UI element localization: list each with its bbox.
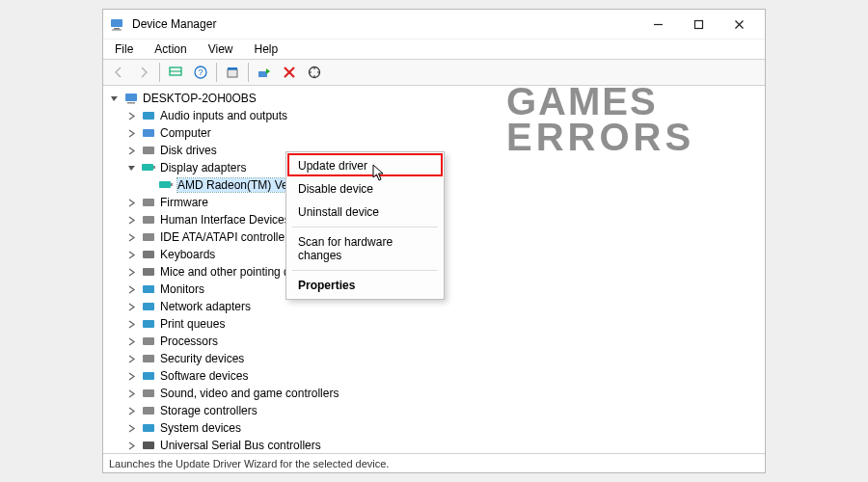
category-icon	[141, 195, 156, 210]
svg-rect-28	[143, 233, 154, 241]
ctx-scan-hardware[interactable]: Scan for hardware changes	[286, 230, 444, 267]
menu-file[interactable]: File	[111, 40, 137, 58]
category-icon	[141, 125, 156, 141]
tree-label: Human Interface Devices	[160, 213, 290, 227]
watermark-l1: Games	[506, 84, 694, 120]
ctx-sep	[292, 227, 438, 228]
chevron-right-icon[interactable]	[126, 302, 137, 312]
watermark: Games Errors	[506, 84, 694, 155]
display-adapter-icon	[141, 160, 156, 175]
svg-rect-19	[143, 112, 154, 120]
svg-rect-38	[143, 407, 154, 415]
show-hidden-button[interactable]	[164, 61, 187, 84]
close-button[interactable]	[719, 11, 759, 38]
chevron-right-icon[interactable]	[126, 146, 137, 156]
tree-label: Security devices	[160, 352, 244, 365]
ctx-properties[interactable]: Properties	[286, 274, 444, 297]
chevron-right-icon[interactable]	[126, 371, 137, 382]
chevron-right-icon[interactable]	[126, 406, 137, 416]
svg-rect-25	[171, 183, 173, 186]
ctx-disable-device[interactable]: Disable device	[286, 177, 444, 201]
category-icon	[141, 299, 156, 314]
chevron-right-icon[interactable]	[126, 250, 137, 260]
tree-cat[interactable]: Universal Serial Bus controllers	[105, 437, 763, 453]
help-button[interactable]: ?	[189, 61, 212, 84]
category-icon	[141, 264, 156, 280]
tree-label: Processors	[160, 335, 218, 348]
update-driver-button[interactable]	[253, 61, 276, 84]
titlebar: Device Manager	[103, 10, 765, 39]
chevron-down-icon[interactable]	[126, 163, 137, 174]
window-controls	[637, 11, 759, 38]
tree-label: Monitors	[160, 282, 204, 296]
category-icon	[141, 438, 156, 453]
ctx-uninstall-device[interactable]: Uninstall device	[286, 201, 444, 224]
tree-cat[interactable]: System devices	[105, 419, 763, 437]
chevron-right-icon[interactable]	[126, 441, 137, 451]
tree-label: Audio inputs and outputs	[160, 109, 287, 122]
ctx-update-driver[interactable]: Update driver	[286, 154, 444, 177]
chevron-right-icon[interactable]	[126, 336, 137, 347]
category-icon	[141, 212, 156, 228]
watermark-l2: Errors	[506, 120, 694, 155]
chevron-right-icon[interactable]	[126, 423, 137, 434]
back-button[interactable]	[107, 61, 130, 84]
uninstall-button[interactable]	[278, 61, 301, 84]
tree-cat[interactable]: Processors	[105, 333, 763, 350]
category-icon	[141, 229, 156, 245]
tree-label: Storage controllers	[160, 404, 258, 417]
svg-rect-12	[228, 67, 237, 70]
tree-label: Network adapters	[160, 300, 251, 313]
category-icon	[141, 420, 156, 436]
category-icon	[141, 386, 156, 401]
tree-cat[interactable]: Security devices	[105, 350, 763, 367]
status-text: Launches the Update Driver Wizard for th…	[109, 458, 389, 469]
tree-label: Keyboards	[160, 248, 215, 261]
svg-text:?: ?	[198, 67, 203, 77]
tree-cat[interactable]: Sound, video and game controllers	[105, 385, 763, 402]
svg-rect-39	[143, 424, 154, 432]
tree-cat[interactable]: Software devices	[105, 367, 763, 385]
maximize-button[interactable]	[678, 11, 719, 38]
tree-label: Computer	[160, 126, 211, 140]
tree-cat[interactable]: Storage controllers	[105, 402, 763, 419]
menu-action[interactable]: Action	[150, 40, 190, 58]
chevron-right-icon[interactable]	[126, 128, 137, 139]
svg-rect-37	[143, 389, 154, 397]
menubar: File Action View Help	[103, 39, 765, 59]
forward-button[interactable]	[132, 61, 155, 84]
minimize-button[interactable]	[637, 11, 678, 38]
svg-rect-21	[143, 147, 154, 154]
chevron-right-icon[interactable]	[126, 354, 137, 364]
tree-label: System devices	[160, 421, 241, 435]
chevron-right-icon[interactable]	[126, 388, 137, 399]
category-icon	[141, 281, 156, 297]
ctx-sep	[292, 270, 438, 271]
chevron-down-icon[interactable]	[109, 94, 120, 104]
svg-rect-22	[142, 164, 153, 171]
svg-rect-35	[143, 355, 154, 362]
tree-label: DESKTOP-2OH0OBS	[143, 92, 257, 105]
chevron-right-icon[interactable]	[126, 284, 137, 295]
display-adapter-icon	[158, 177, 174, 193]
svg-rect-27	[143, 216, 154, 224]
tree-label: Print queues	[160, 317, 225, 331]
scan-button[interactable]	[303, 61, 326, 84]
properties-button[interactable]	[221, 61, 244, 84]
svg-rect-29	[143, 251, 154, 258]
chevron-right-icon[interactable]	[126, 319, 137, 330]
menu-view[interactable]: View	[204, 40, 237, 58]
tree-cat[interactable]: Print queues	[105, 315, 763, 333]
svg-rect-11	[228, 69, 237, 77]
menu-help[interactable]: Help	[251, 40, 283, 58]
svg-rect-17	[125, 94, 137, 101]
chevron-right-icon[interactable]	[126, 267, 137, 278]
category-icon	[141, 403, 156, 418]
svg-rect-4	[694, 20, 702, 28]
chevron-right-icon[interactable]	[126, 232, 137, 243]
chevron-right-icon[interactable]	[126, 111, 137, 121]
chevron-right-icon[interactable]	[126, 215, 137, 226]
chevron-right-icon[interactable]	[126, 198, 137, 208]
tree-cat[interactable]: Network adapters	[105, 298, 763, 315]
window-title: Device Manager	[132, 17, 637, 31]
